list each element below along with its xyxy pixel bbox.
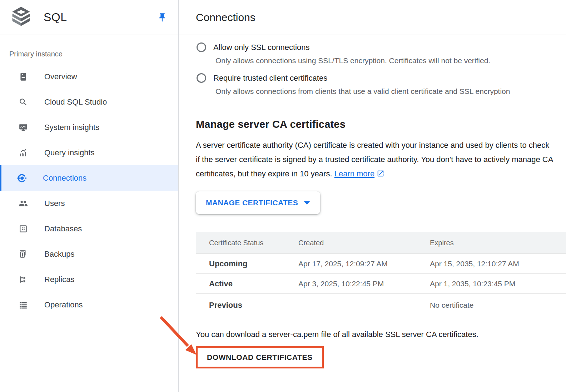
radio-label[interactable]: Require trusted client certificates [213,74,327,83]
section-title: Manage server CA certificates [196,119,566,130]
sidebar-section-label: Primary instance [9,50,178,58]
column-header-created: Created [298,239,430,247]
sidebar-item-label: Databases [44,224,82,233]
backups-icon [19,250,28,259]
radio-description: Only allows connections using SSL/TLS en… [215,56,566,65]
main-panel: Connections Allow only SSL connections O… [179,0,566,392]
table-row: Previous No certificate [196,293,566,317]
download-certificates-button[interactable]: DOWNLOAD CERTIFICATES [198,348,322,367]
connections-icon [17,174,26,183]
table-row: Upcoming Apr 17, 2025, 12:09:27 AM Apr 1… [196,253,566,273]
column-header-expires: Expires [430,239,566,247]
app-title: SQL [44,11,67,24]
ssl-option-require-trusted-certs: Require trusted client certificates [179,73,566,83]
cert-created: Apr 17, 2025, 12:09:27 AM [298,260,430,268]
sidebar-item-label: Operations [44,300,83,310]
search-icon [19,97,28,107]
sidebar-item-backups[interactable]: Backups [0,241,178,267]
cert-status: Previous [209,301,298,310]
certificates-table: Certificate Status Created Expires Upcom… [196,232,566,317]
sidebar-item-cloud-sql-studio[interactable]: Cloud SQL Studio [0,89,178,115]
sidebar-item-connections[interactable]: Connections [0,165,178,191]
external-link-icon [377,168,384,182]
cert-expires: No certificate [430,301,566,310]
sidebar-item-replicas[interactable]: Replicas [0,267,178,292]
cert-expires: Apr 15, 2035, 12:10:27 AM [430,260,566,268]
ssl-options: Allow only SSL connections Only allows c… [179,35,566,96]
column-header-status: Certificate Status [209,239,298,247]
cert-expires: Apr 1, 2035, 10:23:45 PM [430,280,566,288]
cert-created: Apr 3, 2025, 10:22:45 PM [298,280,430,288]
annotation-box: DOWNLOAD CERTIFICATES [196,346,324,368]
users-icon [19,199,28,208]
sidebar-item-label: Overview [44,72,77,81]
section-body: A server certificate authority (CA) cert… [196,138,553,182]
main-header: Connections [179,0,566,35]
manage-certificates-button[interactable]: MANAGE CERTIFICATES [196,191,320,214]
databases-icon [19,224,28,233]
sidebar-item-overview[interactable]: Overview [0,64,178,89]
sidebar-item-label: Query insights [44,148,95,157]
query-insights-icon [19,148,28,157]
sidebar-item-label: Replicas [44,275,74,284]
learn-more-label: Learn more [334,169,375,178]
manage-certificates-label: MANAGE CERTIFICATES [206,198,298,207]
download-info-text: You can download a server-ca.pem file of… [196,330,566,339]
sidebar-header: SQL [0,0,178,35]
radio-description: Only allows connections from clients tha… [215,87,566,96]
cert-status: Upcoming [209,259,298,268]
cert-status: Active [209,279,298,288]
sidebar-item-users[interactable]: Users [0,191,178,216]
table-row: Active Apr 3, 2025, 10:22:45 PM Apr 1, 2… [196,273,566,293]
operations-icon [19,300,28,310]
sidebar-item-system-insights[interactable]: System insights [0,115,178,140]
pin-icon[interactable] [157,12,168,23]
learn-more-link[interactable]: Learn more [334,169,385,178]
radio-allow-only-ssl[interactable] [197,42,206,52]
sidebar: SQL Primary instance Overview Cloud SQL … [0,0,179,392]
cloud-sql-logo-icon [11,6,31,29]
sidebar-item-operations[interactable]: Operations [0,292,178,317]
sidebar-nav: Overview Cloud SQL Studio System insight… [0,64,178,317]
sidebar-item-query-insights[interactable]: Query insights [0,140,178,165]
sidebar-item-label: Connections [43,174,86,183]
sidebar-item-label: Users [44,199,65,208]
overview-icon [19,72,28,81]
sidebar-item-label: Backups [44,250,74,259]
page-title: Connections [196,11,255,24]
chevron-down-icon [304,201,310,205]
replicas-icon [19,275,28,284]
radio-require-trusted-certs[interactable] [197,73,206,83]
system-insights-icon [19,123,28,132]
sidebar-item-label: System insights [44,123,99,132]
radio-label[interactable]: Allow only SSL connections [213,43,309,52]
ssl-option-allow-only-ssl: Allow only SSL connections [179,42,566,52]
sidebar-item-label: Cloud SQL Studio [44,97,107,107]
sidebar-item-databases[interactable]: Databases [0,216,178,241]
table-header-row: Certificate Status Created Expires [196,232,566,253]
